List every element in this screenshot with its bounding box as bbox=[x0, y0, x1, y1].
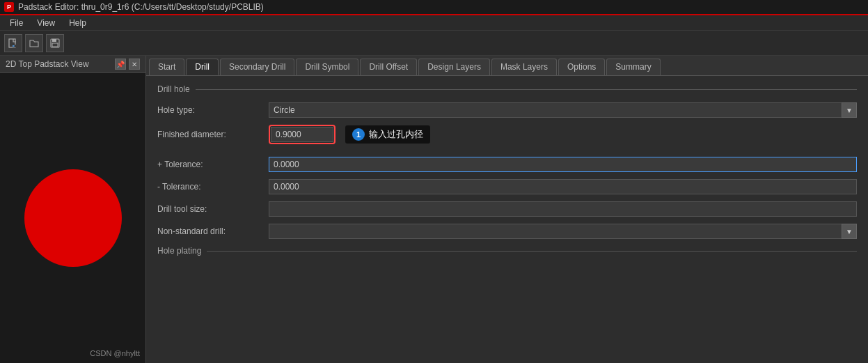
minus-tolerance-label: - Tolerance: bbox=[157, 182, 269, 192]
tooltip-annotation: 1 输入过孔内径 bbox=[345, 125, 430, 144]
hole-type-select-wrapper: Circle Square Oblong ▼ bbox=[269, 102, 857, 118]
plus-tolerance-label: + Tolerance: bbox=[157, 160, 269, 169]
panel-close-button[interactable]: ✕ bbox=[129, 59, 140, 70]
tab-bar: Start Drill Secondary Drill Drill Symbol… bbox=[146, 56, 868, 76]
title-bar: P Padstack Editor: thru_0r9_1r6 (C:/User… bbox=[0, 0, 868, 15]
drill-tool-size-label: Drill tool size: bbox=[157, 204, 269, 214]
left-panel-title: 2D Top Padstack View bbox=[6, 59, 89, 69]
toolbar bbox=[0, 31, 868, 56]
non-standard-drill-row: Non-standard drill: ▼ bbox=[157, 224, 857, 239]
hole-plating-section-label: Hole plating bbox=[157, 246, 857, 256]
tab-design-layers[interactable]: Design Layers bbox=[418, 59, 490, 75]
panel-pin-button[interactable]: 📌 bbox=[115, 59, 126, 70]
finished-diameter-input[interactable] bbox=[271, 127, 333, 142]
drill-tool-size-input[interactable] bbox=[269, 201, 857, 217]
non-standard-drill-label: Non-standard drill: bbox=[157, 226, 269, 236]
open-button[interactable] bbox=[25, 34, 43, 52]
non-standard-drill-select-wrapper: ▼ bbox=[269, 224, 857, 239]
plus-tolerance-row: + Tolerance: bbox=[157, 157, 857, 172]
main-layout: 2D Top Padstack View 📌 ✕ CSDN @nhyltt St… bbox=[0, 56, 868, 363]
left-panel-header: 2D Top Padstack View 📌 ✕ bbox=[0, 56, 145, 73]
plus-tolerance-input[interactable] bbox=[269, 157, 857, 172]
title-bar-text: Padstack Editor: thru_0r9_1r6 (C:/Users/… bbox=[18, 2, 264, 12]
new-button[interactable] bbox=[4, 34, 22, 52]
finished-diameter-highlight bbox=[269, 125, 336, 144]
padstack-circle bbox=[24, 169, 122, 267]
hole-type-label: Hole type: bbox=[157, 105, 269, 115]
menu-file[interactable]: File bbox=[3, 17, 30, 29]
tab-secondary-drill[interactable]: Secondary Drill bbox=[220, 59, 294, 75]
save-button[interactable] bbox=[46, 34, 64, 52]
annotation-text: 输入过孔内径 bbox=[369, 128, 423, 141]
hole-type-row: Hole type: Circle Square Oblong ▼ bbox=[157, 102, 857, 118]
tab-mask-layers[interactable]: Mask Layers bbox=[491, 59, 557, 75]
minus-tolerance-input[interactable] bbox=[269, 179, 857, 194]
tab-drill[interactable]: Drill bbox=[186, 59, 219, 75]
left-panel-controls: 📌 ✕ bbox=[115, 59, 140, 70]
minus-tolerance-row: - Tolerance: bbox=[157, 179, 857, 194]
right-panel: Start Drill Secondary Drill Drill Symbol… bbox=[146, 56, 868, 363]
tab-start[interactable]: Start bbox=[149, 59, 184, 75]
finished-diameter-label: Finished diameter: bbox=[157, 130, 269, 139]
content-area: Drill hole Hole type: Circle Square Oblo… bbox=[146, 76, 868, 363]
svg-rect-4 bbox=[52, 43, 58, 47]
svg-rect-3 bbox=[52, 39, 56, 42]
menu-bar: File View Help bbox=[0, 15, 868, 31]
tab-drill-symbol[interactable]: Drill Symbol bbox=[296, 59, 358, 75]
non-standard-drill-select[interactable] bbox=[269, 224, 857, 239]
menu-view[interactable]: View bbox=[30, 17, 62, 29]
finished-diameter-row: Finished diameter: 1 输入过孔内径 bbox=[157, 125, 857, 144]
padstack-canvas: CSDN @nhyltt bbox=[0, 73, 145, 363]
tab-summary[interactable]: Summary bbox=[606, 59, 660, 75]
left-panel: 2D Top Padstack View 📌 ✕ CSDN @nhyltt bbox=[0, 56, 146, 363]
annotation-number: 1 bbox=[352, 128, 365, 141]
drill-hole-section-label: Drill hole bbox=[157, 84, 857, 94]
hole-type-select[interactable]: Circle Square Oblong bbox=[269, 102, 857, 118]
tab-drill-offset[interactable]: Drill Offset bbox=[360, 59, 417, 75]
app-icon: P bbox=[4, 2, 14, 12]
menu-help[interactable]: Help bbox=[62, 17, 93, 29]
watermark: CSDN @nhyltt bbox=[90, 349, 140, 357]
tab-options[interactable]: Options bbox=[558, 59, 605, 75]
drill-tool-size-row: Drill tool size: bbox=[157, 201, 857, 217]
finished-diameter-input-wrapper: 1 输入过孔内径 bbox=[269, 125, 336, 144]
